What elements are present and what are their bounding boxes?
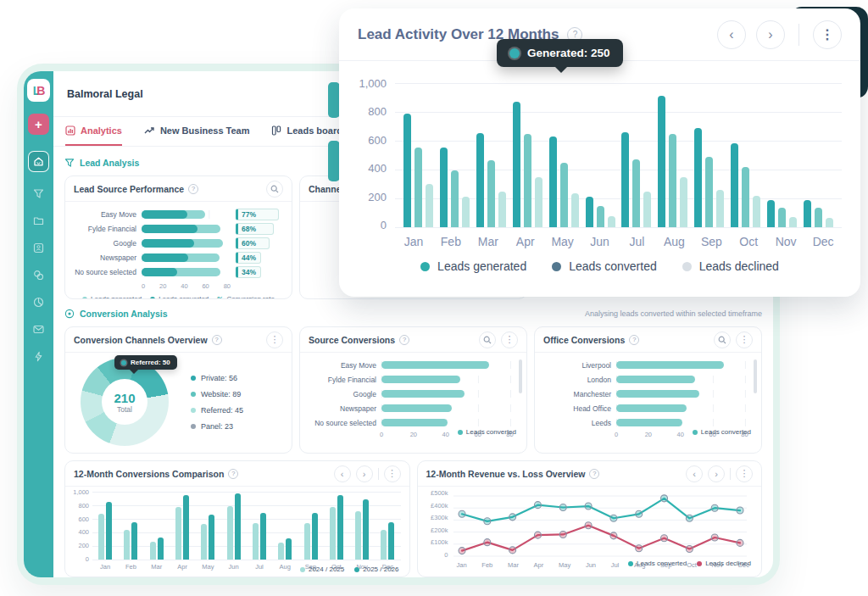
bar-leads-generated[interactable]	[549, 136, 557, 227]
point-leads-converted[interactable]	[483, 518, 490, 525]
bar-leads-generated[interactable]	[658, 96, 665, 227]
bar-2025-2026[interactable]	[286, 538, 292, 560]
bar-leads-declined[interactable]	[789, 217, 797, 227]
point-leads-declined[interactable]	[737, 539, 743, 546]
menu-button[interactable]: ⋮	[813, 20, 842, 49]
bar-track[interactable]	[616, 419, 753, 426]
point-leads-converted[interactable]	[585, 503, 592, 510]
bar-leads-converted[interactable]	[415, 148, 422, 227]
bar-2025-2026[interactable]	[183, 495, 189, 560]
bar-leads-declined[interactable]	[462, 197, 470, 227]
bar-leads-converted[interactable]	[815, 208, 822, 227]
bar-leads-generated[interactable]	[513, 102, 520, 227]
sidebar-item-reports[interactable]	[33, 297, 44, 308]
point-leads-converted[interactable]	[534, 502, 541, 509]
stacked-bar[interactable]	[142, 253, 231, 262]
point-leads-declined[interactable]	[711, 534, 718, 541]
bar-track[interactable]	[381, 419, 518, 426]
help-icon[interactable]: ?	[212, 335, 222, 345]
bar-leads-generated[interactable]	[694, 128, 702, 227]
point-leads-converted[interactable]	[509, 514, 515, 521]
bar-leads-declined[interactable]	[753, 196, 760, 227]
point-leads-declined[interactable]	[459, 548, 465, 554]
bar-leads-converted[interactable]	[487, 160, 495, 227]
bar-leads-converted[interactable]	[778, 208, 786, 227]
bar-track[interactable]	[616, 404, 753, 412]
sidebar-item-contacts[interactable]	[33, 242, 44, 253]
sidebar-item-mail[interactable]	[33, 324, 44, 335]
bar-2024-2025[interactable]	[253, 523, 259, 560]
bar-track[interactable]	[616, 361, 753, 369]
bar-leads-declined[interactable]	[716, 190, 724, 227]
menu-button[interactable]: ⋮	[266, 331, 283, 348]
scrollbar[interactable]	[519, 359, 522, 393]
bar-2025-2026[interactable]	[131, 522, 137, 560]
legend-item-leads-generated[interactable]: Leads generated	[420, 259, 526, 273]
menu-button[interactable]: ⋮	[384, 465, 401, 482]
bar-leads-converted[interactable]	[669, 134, 676, 228]
legend-item-leads-declined[interactable]: Leads declined	[682, 259, 779, 273]
point-leads-declined[interactable]	[609, 532, 616, 539]
bar-2024-2025[interactable]	[330, 507, 336, 560]
bar-track[interactable]	[381, 404, 518, 412]
bar-track[interactable]	[381, 390, 518, 398]
bar-2025-2026[interactable]	[158, 538, 164, 560]
bar-2024-2025[interactable]	[175, 507, 181, 560]
point-leads-converted[interactable]	[686, 515, 693, 521]
bar-leads-generated[interactable]	[403, 114, 411, 227]
point-leads-declined[interactable]	[660, 535, 667, 542]
help-icon[interactable]: ?	[589, 469, 599, 479]
point-leads-converted[interactable]	[559, 504, 566, 510]
stacked-bar[interactable]	[142, 225, 231, 233]
bar-leads-generated[interactable]	[731, 143, 738, 227]
bar-leads-declined[interactable]	[643, 192, 651, 228]
menu-button[interactable]: ⋮	[736, 331, 753, 348]
bar-2024-2025[interactable]	[304, 523, 310, 560]
bar-leads-converted[interactable]	[705, 157, 713, 227]
bar-2024-2025[interactable]	[227, 506, 233, 560]
sidebar-item-automations[interactable]	[33, 351, 44, 362]
bar-leads-generated[interactable]	[621, 132, 629, 227]
line-chart[interactable]	[452, 491, 750, 560]
point-leads-declined[interactable]	[635, 545, 642, 552]
bar-leads-generated[interactable]	[586, 197, 593, 227]
next-button[interactable]: ›	[708, 465, 725, 482]
bar-leads-declined[interactable]	[498, 192, 506, 227]
bar-2025-2026[interactable]	[363, 499, 369, 560]
bar-2024-2025[interactable]	[201, 524, 207, 560]
bar-2025-2026[interactable]	[260, 513, 266, 560]
bar-2024-2025[interactable]	[150, 542, 156, 560]
point-leads-declined[interactable]	[483, 539, 490, 546]
add-button[interactable]: +	[28, 114, 49, 135]
bar-leads-converted[interactable]	[632, 159, 640, 227]
menu-button[interactable]: ⋮	[501, 331, 518, 348]
bar-2025-2026[interactable]	[235, 493, 241, 560]
bar-2025-2026[interactable]	[312, 513, 318, 560]
scrollbar[interactable]	[754, 359, 757, 393]
point-leads-converted[interactable]	[660, 495, 667, 502]
bar-leads-generated[interactable]	[767, 200, 775, 227]
bar-2024-2025[interactable]	[98, 514, 104, 560]
bar-leads-declined[interactable]	[826, 218, 833, 227]
bar-leads-declined[interactable]	[571, 193, 579, 227]
bar-leads-converted[interactable]	[742, 167, 749, 227]
point-leads-declined[interactable]	[559, 531, 566, 538]
bar-leads-generated[interactable]	[804, 200, 811, 227]
sidebar-item-home[interactable]	[28, 151, 49, 172]
stacked-bar[interactable]	[142, 239, 231, 248]
help-icon[interactable]: ?	[228, 469, 238, 479]
stacked-bar[interactable]	[142, 210, 231, 219]
bar-track[interactable]	[381, 376, 518, 383]
sidebar-item-filters[interactable]	[33, 188, 44, 199]
help-icon[interactable]: ?	[399, 335, 409, 345]
help-icon[interactable]: ?	[629, 335, 639, 345]
search-button[interactable]	[479, 331, 496, 348]
point-leads-declined[interactable]	[585, 522, 592, 529]
bar-leads-declined[interactable]	[535, 177, 542, 227]
tab-new-business-team[interactable]: New Business Team	[144, 117, 250, 146]
point-leads-converted[interactable]	[711, 504, 718, 511]
legend-item-leads-converted[interactable]: Leads converted	[552, 259, 657, 273]
bar-2025-2026[interactable]	[209, 515, 214, 560]
help-icon[interactable]: ?	[188, 184, 198, 194]
stacked-bar[interactable]	[142, 268, 231, 276]
